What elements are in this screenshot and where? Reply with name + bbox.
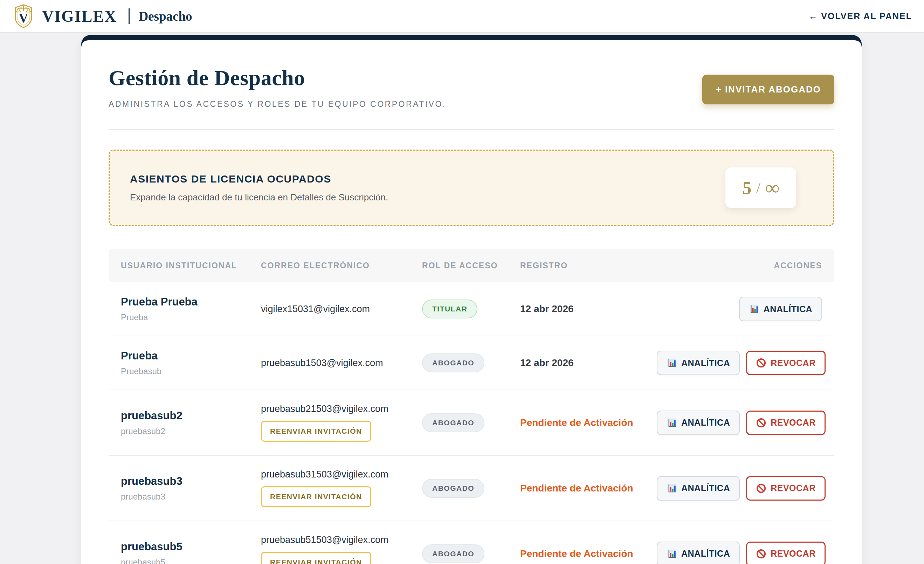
prohibited-icon: [756, 358, 766, 368]
user-email: pruebasub1503@vigilex.com: [261, 358, 422, 369]
user-name: pruebasub5: [121, 540, 261, 553]
table-row: Prueba Pruebasub pruebasub1503@vigilex.c…: [109, 336, 834, 390]
actions-cell: ANALÍTICA REVOCAR: [657, 476, 826, 501]
analitica-button[interactable]: ANALÍTICA: [657, 476, 740, 501]
resend-invitation-button[interactable]: REENVIAR INVITACIÓN: [261, 552, 371, 564]
table-header-row: USUARIO INSTITUCIONAL CORREO ELECTRÓNICO…: [109, 249, 834, 282]
prohibited-icon: [756, 418, 766, 428]
role-cell: ABOGADO: [422, 354, 520, 372]
analitica-button[interactable]: ANALÍTICA: [657, 351, 740, 375]
actions-cell: ANALÍTICA REVOCAR: [657, 351, 826, 375]
role-badge: TITULAR: [422, 300, 477, 318]
brand-section-label: Despacho: [139, 9, 192, 24]
column-header-actions: ACCIONES: [657, 261, 822, 270]
header-divider: [109, 129, 834, 130]
analitica-button[interactable]: ANALÍTICA: [739, 297, 822, 321]
card-content: Gestión de Despacho ADMINISTRA LOS ACCES…: [81, 40, 862, 564]
seats-capacity: ∞: [765, 177, 779, 199]
actions-cell: ANALÍTICA: [657, 297, 822, 321]
user-username: Pruebasub: [121, 366, 261, 376]
svg-text:V: V: [19, 10, 28, 25]
user-email: vigilex15031@vigilex.com: [261, 304, 422, 315]
license-subtitle: Expande la capacidad de tu licencia en D…: [130, 192, 388, 203]
registro-cell: Pendiente de Activación: [520, 417, 657, 428]
bar-chart-icon: [666, 418, 677, 428]
role-badge: ABOGADO: [422, 544, 484, 563]
bar-chart-icon: [749, 304, 759, 314]
main-card: Gestión de Despacho ADMINISTRA LOS ACCES…: [81, 35, 862, 564]
email-cell: pruebasub21503@vigilex.com REENVIAR INVI…: [261, 404, 422, 442]
email-cell: pruebasub51503@vigilex.com REENVIAR INVI…: [261, 535, 422, 564]
analitica-label: ANALÍTICA: [681, 483, 730, 493]
user-cell: pruebasub3 pruebasub3: [121, 475, 261, 502]
revocar-button[interactable]: REVOCAR: [746, 351, 826, 375]
user-name: Prueba Prueba: [121, 296, 261, 308]
user-username: Prueba: [121, 312, 261, 322]
vigilex-shield-logo-icon: V: [12, 3, 35, 29]
email-cell: pruebasub1503@vigilex.com: [261, 358, 422, 369]
resend-invitation-button[interactable]: REENVIAR INVITACIÓN: [261, 486, 371, 507]
registro-cell: 12 abr 2026: [520, 357, 657, 369]
registro-value: 12 abr 2026: [520, 303, 574, 314]
revocar-label: REVOCAR: [771, 358, 816, 368]
registro-cell: 12 abr 2026: [520, 303, 657, 315]
back-to-panel-link[interactable]: ← VOLVER AL PANEL: [808, 11, 912, 21]
column-header-user: USUARIO INSTITUCIONAL: [121, 261, 261, 270]
brand-divider: [129, 8, 130, 24]
email-cell: pruebasub31503@vigilex.com REENVIAR INVI…: [261, 469, 422, 507]
registro-cell: Pendiente de Activación: [520, 548, 657, 560]
user-username: pruebasub5: [121, 557, 261, 564]
invite-lawyer-button[interactable]: + INVITAR ABOGADO: [702, 75, 834, 104]
table-row: pruebasub3 pruebasub3 pruebasub31503@vig…: [109, 456, 834, 521]
license-seats-box: ASIENTOS DE LICENCIA OCUPADOS Expande la…: [109, 150, 834, 226]
actions-cell: ANALÍTICA REVOCAR: [657, 542, 826, 564]
revocar-button[interactable]: REVOCAR: [746, 411, 826, 435]
registro-value: Pendiente de Activación: [520, 548, 633, 559]
user-name: Prueba: [121, 350, 261, 362]
role-cell: ABOGADO: [422, 413, 520, 432]
role-badge: ABOGADO: [422, 413, 484, 432]
actions-cell: ANALÍTICA REVOCAR: [657, 411, 826, 435]
analitica-button[interactable]: ANALÍTICA: [657, 411, 740, 435]
table-body: Prueba Prueba Prueba vigilex15031@vigile…: [109, 282, 834, 564]
column-header-role: ROL DE ACCESO: [422, 261, 520, 270]
role-cell: TITULAR: [422, 300, 520, 318]
revocar-label: REVOCAR: [771, 549, 816, 559]
user-email: pruebasub31503@vigilex.com: [261, 469, 422, 480]
registro-value: Pendiente de Activación: [520, 417, 633, 428]
user-username: pruebasub3: [121, 492, 261, 502]
user-email: pruebasub21503@vigilex.com: [261, 404, 422, 414]
brand-name: VIGILEX: [42, 7, 117, 26]
analitica-button[interactable]: ANALÍTICA: [657, 542, 740, 564]
bar-chart-icon: [666, 483, 677, 494]
user-username: pruebasub2: [121, 426, 261, 436]
seats-separator: /: [756, 179, 760, 196]
resend-invitation-button[interactable]: REENVIAR INVITACIÓN: [261, 421, 371, 442]
user-cell: pruebasub5 pruebasub5: [121, 540, 261, 564]
page-subtitle: ADMINISTRA LOS ACCESOS Y ROLES DE TU EQU…: [109, 99, 446, 109]
email-cell: vigilex15031@vigilex.com: [261, 304, 422, 315]
registro-value: 12 abr 2026: [520, 357, 574, 368]
page-title: Gestión de Despacho: [109, 66, 446, 90]
analitica-label: ANALÍTICA: [681, 549, 730, 559]
analitica-label: ANALÍTICA: [764, 304, 812, 314]
bar-chart-icon: [666, 358, 677, 368]
revocar-button[interactable]: REVOCAR: [746, 542, 826, 564]
user-email: pruebasub51503@vigilex.com: [261, 535, 422, 545]
user-cell: Prueba Prueba Prueba: [121, 296, 261, 322]
seat-counter: 5 / ∞: [725, 168, 796, 208]
registro-cell: Pendiente de Activación: [520, 483, 657, 494]
role-badge: ABOGADO: [422, 479, 484, 498]
prohibited-icon: [756, 549, 766, 559]
user-cell: pruebasub2 pruebasub2: [121, 410, 261, 436]
table-row: pruebasub5 pruebasub5 pruebasub51503@vig…: [109, 521, 834, 564]
user-name: pruebasub3: [121, 475, 261, 488]
role-badge: ABOGADO: [422, 354, 484, 372]
bar-chart-icon: [666, 549, 677, 559]
role-cell: ABOGADO: [422, 479, 520, 498]
revocar-button[interactable]: REVOCAR: [746, 476, 826, 501]
user-cell: Prueba Pruebasub: [121, 350, 261, 376]
seats-used: 5: [742, 178, 752, 198]
column-header-registro: REGISTRO: [520, 261, 657, 270]
revocar-label: REVOCAR: [771, 483, 816, 493]
